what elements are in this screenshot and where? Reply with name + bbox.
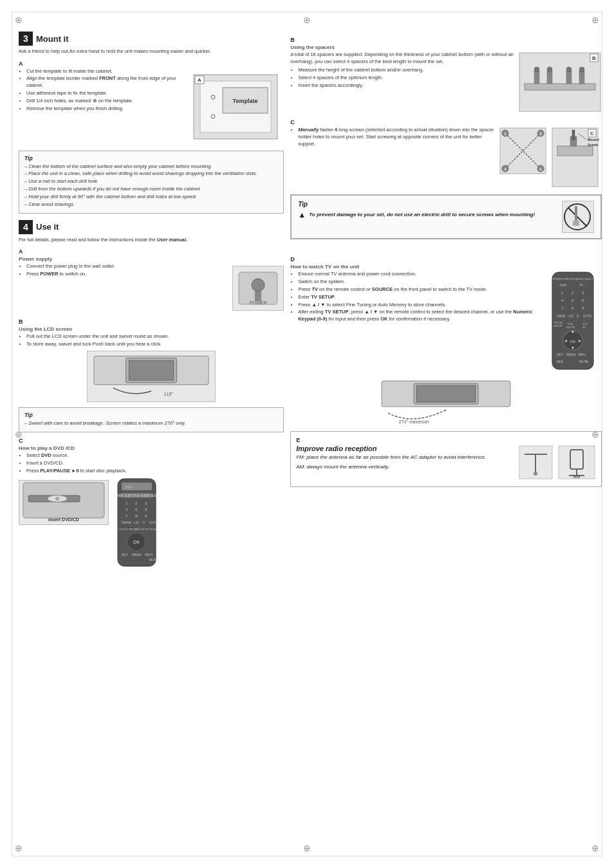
section4-number: 4 (19, 220, 33, 234)
section4-subA-list: Connect the power plug to the wall outle… (19, 263, 228, 278)
svg-text:▼: ▼ (571, 346, 575, 350)
section3-subA-list: Cut the template to fit inside the cabin… (19, 68, 183, 113)
list-item: Cut the template to fit inside the cabin… (26, 68, 183, 75)
list-item: Ensure normal TV antenna and power cord … (298, 271, 543, 278)
svg-text:DVD SETUP: DVD SETUP (135, 528, 150, 531)
list-item: Connect the power plug to the wall outle… (26, 263, 228, 270)
remote-tv: POWER SUBTITLE AUDIO EJECT DVD TV 1 2 3 … (547, 271, 602, 372)
tip3-content: – Swivel with care to avoid breakage. Sc… (24, 420, 278, 427)
reg-mark-top: ⊕ (303, 15, 311, 25)
section4-subC-heading: How to play a DVD /CD (19, 445, 284, 451)
svg-text:MUTE: MUTE (579, 360, 589, 364)
svg-text:◄: ◄ (564, 338, 568, 343)
section4-subA-heading: Power supply (19, 256, 284, 262)
svg-text:OK: OK (570, 340, 576, 344)
svg-rect-50 (547, 71, 552, 84)
cross-pattern-svg: 1 2 3 4 (499, 127, 547, 175)
svg-text:FMAM: FMAM (122, 521, 131, 524)
list-item: Select DVD source. (26, 452, 284, 459)
svg-rect-47 (519, 53, 600, 111)
svg-point-9 (252, 279, 265, 291)
list-item: Manually fasten 4 long screws (selected … (298, 127, 495, 148)
remote-dvd-svg: DVD POWER SUBTITLE AUDIO EJECT 1 2 3 4 5… (113, 477, 161, 568)
fm-text: FM: place the antenna as far as possible… (296, 454, 514, 460)
svg-text:POWER SUBTITLE AUDIO EJECT: POWER SUBTITLE AUDIO EJECT (553, 277, 593, 281)
lcd-arc-area: 270° maximum (290, 374, 602, 427)
svg-text:SETUP: SETUP (554, 324, 563, 328)
tip2-warning-text: To prevent damage to your set, do not us… (309, 212, 535, 217)
warning-triangle-icon: ▲ (298, 210, 306, 219)
tip1-item3: – Use a nail to start each drill hole. (24, 178, 278, 185)
section4-subsE: E Improve radio reception FM: place the … (290, 431, 602, 487)
spacers-svg: B (518, 51, 602, 113)
svg-text:INFO: INFO (145, 553, 153, 557)
reg-mark-bottom: ⊕ (303, 843, 311, 853)
svg-point-19 (55, 497, 59, 501)
dvd-insert-area: Insert DVD/CD (19, 477, 109, 528)
template-svg: Template A (187, 68, 284, 145)
spacers-text: A total of 16 spacers are supplied. Depe… (290, 51, 514, 92)
mounting-text: Manually fasten 4 long screws (selected … (290, 127, 495, 151)
power-illustration: POWER (232, 266, 284, 311)
reg-mark-bl: ⊕ (15, 843, 23, 853)
reg-mark-br: ⊕ (591, 843, 599, 853)
svg-point-54 (547, 67, 552, 72)
svg-text:OK: OK (133, 540, 140, 544)
svg-rect-82 (573, 221, 579, 226)
section3-subC-label: C (290, 119, 602, 125)
mounting-row: Manually fasten 4 long screws (selected … (290, 127, 602, 189)
improve-radio-title: Improve radio reception (296, 445, 514, 452)
power-svg: POWER (236, 269, 281, 308)
list-item: Select 4 spacers of the optimum length. (298, 75, 514, 82)
section3-subB-heading: Using the spacers (290, 44, 602, 50)
mounting-list: Manually fasten 4 long screws (selected … (290, 127, 495, 148)
tip1-item2: – Place the unit in a clean, safe place … (24, 171, 278, 178)
tip3-title: Tip (24, 412, 278, 418)
list-item: Press PLAY/PAUSE ►II to start disc playb… (26, 468, 284, 475)
section4-subE-label: E (296, 437, 596, 443)
right-column: B Using the spacers A total of 16 spacer… (290, 32, 602, 573)
spacers-intro: A total of 16 spacers are supplied. Depe… (290, 51, 514, 65)
svg-point-56 (579, 67, 584, 72)
section4-subD-label: D (290, 256, 602, 263)
section3-number: 3 (19, 32, 33, 46)
list-item: To store away, swivel and tuck Push back… (26, 341, 284, 348)
svg-point-124 (534, 472, 537, 476)
svg-text:AM: AM (573, 474, 581, 479)
svg-text:WEEK: WEEK (132, 553, 142, 557)
svg-rect-49 (534, 71, 539, 84)
svg-rect-51 (566, 71, 572, 84)
svg-text:Mounting: Mounting (588, 138, 599, 142)
tip-box-1: Tip – Clean the bottom of the cabinet su… (19, 151, 284, 214)
svg-rect-81 (575, 206, 577, 222)
svg-point-53 (534, 67, 539, 72)
spacer (290, 245, 602, 251)
list-item: Drill 1/4 inch holes, as marked ⊕ on the… (26, 98, 183, 105)
watch-tv-list: Ensure normal TV antenna and power cord … (290, 271, 543, 323)
lcd-illustration: 115° (87, 351, 216, 402)
svg-rect-73 (572, 130, 575, 140)
section4-subA-label: A (19, 248, 284, 255)
svg-rect-48 (525, 84, 595, 90)
svg-text:POWER SUBTITLE AUDIO EJECT: POWER SUBTITLE AUDIO EJECT (113, 494, 161, 497)
svg-rect-10 (255, 291, 261, 301)
mounting-imgs: 1 2 3 4 (499, 127, 602, 189)
svg-rect-14 (129, 360, 173, 380)
section4-title-text: Use it (36, 222, 59, 232)
svg-text:+10: +10 (568, 314, 573, 318)
svg-rect-119 (416, 385, 476, 402)
tip1-content: – Clean the bottom of the cabinet surfac… (24, 163, 278, 208)
tip1-item1: – Clean the bottom of the cabinet surfac… (24, 163, 278, 171)
section3-subsA: A Cut the template to fit inside the cab… (19, 60, 284, 145)
remote-tv-svg: POWER SUBTITLE AUDIO EJECT DVD TV 1 2 3 … (547, 271, 599, 371)
svg-text:B: B (592, 55, 596, 61)
watch-tv-text: Ensure normal TV antenna and power cord … (290, 271, 543, 326)
list-item: Switch on the system. (298, 279, 543, 286)
svg-text:POWER: POWER (250, 300, 266, 305)
section3-subB-label: B (290, 37, 602, 43)
mounting-screw-area: Mounting Screw C (551, 127, 599, 189)
lcd-arc-svg: 270° maximum (362, 374, 530, 426)
list-item: Remove the template when you finish dril… (26, 106, 183, 113)
template-illustration: Template A (187, 68, 284, 145)
list-item: Press POWER to switch on. (26, 271, 228, 278)
